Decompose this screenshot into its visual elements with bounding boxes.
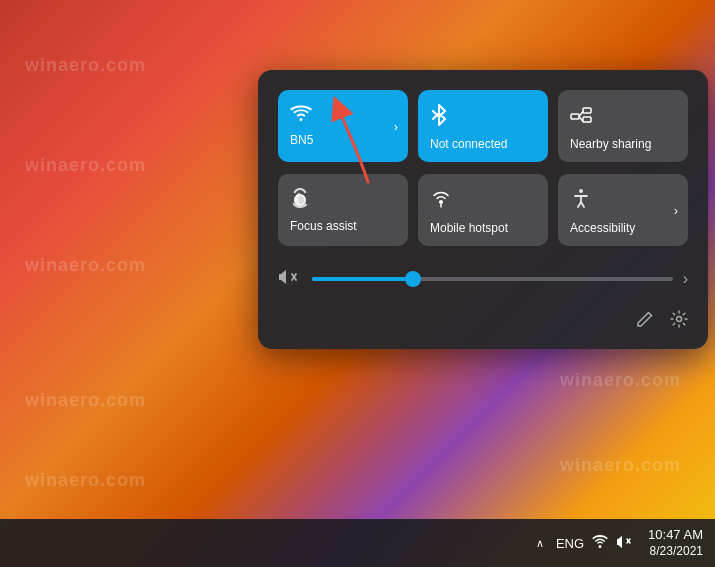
- wifi-icon: [290, 104, 312, 127]
- taskbar: ∧ ENG 10:47 AM 8/23/2021: [0, 519, 715, 567]
- svg-rect-1: [583, 108, 591, 113]
- taskbar-clock[interactable]: 10:47 AM 8/23/2021: [648, 527, 703, 558]
- focus-assist-label: Focus assist: [290, 219, 357, 233]
- focus-assist-toggle[interactable]: Focus assist: [278, 174, 408, 246]
- nearby-sharing-toggle[interactable]: Nearby sharing: [558, 90, 688, 162]
- svg-point-7: [677, 317, 682, 322]
- svg-rect-2: [583, 117, 591, 122]
- accessibility-icon: [570, 188, 592, 215]
- taskbar-time: 10:47 AM: [648, 527, 703, 544]
- settings-button[interactable]: [670, 310, 688, 333]
- bluetooth-toggle[interactable]: Not connected: [418, 90, 548, 162]
- volume-fill: [312, 277, 413, 281]
- volume-chevron[interactable]: ›: [683, 270, 688, 288]
- system-tray: ∧ ENG 10:47 AM 8/23/2021: [532, 527, 703, 558]
- tray-wifi-icon[interactable]: [592, 535, 608, 552]
- svg-point-4: [579, 189, 583, 193]
- nearby-sharing-icon: [570, 104, 592, 131]
- tray-language[interactable]: ENG: [556, 536, 584, 551]
- wifi-label: BN5: [290, 133, 313, 147]
- volume-mute-icon[interactable]: [278, 268, 302, 290]
- tray-volume-icon[interactable]: [616, 535, 632, 552]
- bluetooth-label: Not connected: [430, 137, 507, 151]
- bluetooth-icon: [430, 104, 448, 131]
- toggle-row-1: BN5 › Not connected: [278, 90, 688, 162]
- mobile-hotspot-label: Mobile hotspot: [430, 221, 508, 235]
- nearby-sharing-label: Nearby sharing: [570, 137, 651, 151]
- svg-rect-0: [571, 114, 579, 119]
- edit-button[interactable]: [636, 310, 654, 333]
- accessibility-label: Accessibility: [570, 221, 635, 235]
- accessibility-arrow: ›: [674, 203, 678, 218]
- tray-volume-symbol: [616, 535, 632, 552]
- wifi-arrow: ›: [394, 119, 398, 134]
- mobile-hotspot-toggle[interactable]: Mobile hotspot: [418, 174, 548, 246]
- wifi-toggle[interactable]: BN5 ›: [278, 90, 408, 162]
- quick-settings-panel: BN5 › Not connected: [258, 70, 708, 349]
- volume-thumb[interactable]: [405, 271, 421, 287]
- panel-footer: [278, 310, 688, 333]
- volume-slider[interactable]: [312, 277, 673, 281]
- volume-row: ›: [278, 262, 688, 296]
- accessibility-toggle[interactable]: Accessibility ›: [558, 174, 688, 246]
- tray-wifi-symbol: [592, 535, 608, 552]
- focus-assist-icon: [290, 188, 310, 213]
- taskbar-date: 8/23/2021: [650, 544, 703, 558]
- toggle-row-2: Focus assist Mobile hotspot: [278, 174, 688, 246]
- mobile-hotspot-icon: [430, 188, 452, 215]
- tray-expand-button[interactable]: ∧: [532, 533, 548, 554]
